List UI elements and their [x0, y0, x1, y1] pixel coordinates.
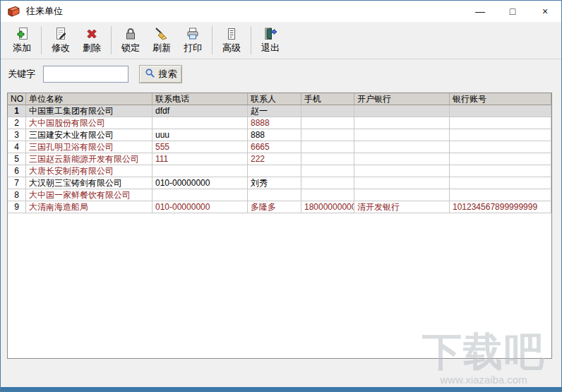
- cell-account: [450, 105, 551, 117]
- toolbar-button-print[interactable]: 打印: [177, 24, 208, 57]
- toolbar-button-label: 退出: [261, 42, 280, 54]
- cell-no: 4: [8, 141, 26, 153]
- table-row[interactable]: 7大汉朝三宝铸剑有限公司010-00000000刘秀: [8, 177, 551, 189]
- table-row[interactable]: 5三国赵云新能源开发有限公司111222: [8, 153, 551, 165]
- cell-phone: 555: [153, 141, 248, 153]
- minimize-button[interactable]: —: [464, 1, 496, 22]
- cell-name: 大清南海造船局: [26, 201, 153, 213]
- toolbar-button-delete[interactable]: 删除: [76, 24, 107, 57]
- cell-phone: [153, 117, 248, 129]
- column-header-mobile[interactable]: 手机: [301, 93, 354, 105]
- cell-bank: [354, 117, 450, 129]
- table-row[interactable]: 6大唐长安制药有限公司: [8, 165, 551, 177]
- toolbar-button-label: 高级: [222, 42, 241, 54]
- toolbar-button-lock[interactable]: 锁定: [115, 24, 146, 57]
- column-header-account[interactable]: 银行账号: [450, 93, 551, 105]
- cell-phone: 010-00000000: [153, 201, 248, 213]
- search-button-label: 搜索: [159, 68, 177, 81]
- cell-no: 1: [8, 105, 26, 117]
- keyword-input[interactable]: [43, 66, 128, 83]
- toolbar-button-advanced[interactable]: 高级: [216, 24, 247, 57]
- table-row[interactable]: 2大中国股份有限公司8888: [8, 117, 551, 129]
- cell-bank: [354, 141, 450, 153]
- close-button[interactable]: ×: [529, 1, 561, 22]
- maximize-button[interactable]: □: [496, 1, 529, 22]
- cell-account: 101234567899999999: [450, 201, 551, 213]
- cell-no: 5: [8, 153, 26, 165]
- cell-mobile: [301, 105, 354, 117]
- cell-bank: [354, 177, 450, 189]
- window-title: 往来单位: [26, 5, 63, 18]
- cell-mobile: [301, 177, 354, 189]
- table-row[interactable]: 3三国建安木业有限公司uuu888: [8, 129, 551, 141]
- cell-mobile: [301, 129, 354, 141]
- cell-name: 大中国一家鲜餐饮有限公司: [26, 189, 153, 201]
- cell-mobile: [301, 189, 354, 201]
- cell-phone: dfdf: [153, 105, 248, 117]
- toolbar-button-exit[interactable]: 退出: [255, 24, 286, 57]
- cell-no: 7: [8, 177, 26, 189]
- column-header-name[interactable]: 单位名称: [26, 93, 153, 105]
- column-header-phone[interactable]: 联系电话: [153, 93, 248, 105]
- column-header-contact[interactable]: 联系人: [248, 93, 301, 105]
- cell-mobile: 18000000000: [301, 201, 354, 213]
- search-icon: [145, 68, 155, 81]
- cell-contact: 刘秀: [248, 177, 301, 189]
- toolbar-separator: [251, 26, 251, 54]
- cell-bank: [354, 189, 450, 201]
- toolbar-button-refresh[interactable]: 刷新: [146, 24, 177, 57]
- cell-mobile: [301, 117, 354, 129]
- table-row[interactable]: 1中国重工集团有限公司dfdf赵一: [8, 105, 551, 117]
- title-bar: 往来单位 — □ ×: [1, 1, 561, 22]
- table-body: 1中国重工集团有限公司dfdf赵一2大中国股份有限公司88883三国建安木业有限…: [8, 105, 551, 213]
- cell-account: [450, 189, 551, 201]
- cell-contact: [248, 189, 301, 201]
- cell-phone: 111: [153, 153, 248, 165]
- exit-icon: [263, 27, 277, 41]
- cell-mobile: [301, 141, 354, 153]
- cell-account: [450, 177, 551, 189]
- app-window: 往来单位 — □ × 添加修改删除锁定刷新打印高级退出 关键字 搜索 NO单位名…: [0, 0, 562, 392]
- column-header-no[interactable]: NO: [8, 93, 26, 105]
- cell-name: 中国重工集团有限公司: [26, 105, 153, 117]
- cell-name: 大唐长安制药有限公司: [26, 165, 153, 177]
- cell-name: 三国建安木业有限公司: [26, 129, 153, 141]
- toolbar: 添加修改删除锁定刷新打印高级退出: [1, 22, 561, 59]
- toolbar-button-edit[interactable]: 修改: [45, 24, 76, 57]
- cell-bank: [354, 105, 450, 117]
- cell-phone: 010-00000000: [153, 177, 248, 189]
- cell-contact: 8888: [248, 117, 301, 129]
- table-row[interactable]: 8大中国一家鲜餐饮有限公司: [8, 189, 551, 201]
- cell-account: [450, 165, 551, 177]
- lock-icon: [124, 27, 138, 41]
- table-row[interactable]: 9大清南海造船局010-00000000多隆多18000000000清开发银行1…: [8, 201, 551, 213]
- advanced-icon: [225, 27, 239, 41]
- toolbar-button-label: 刷新: [153, 42, 171, 54]
- contacts-table: NO单位名称联系电话联系人手机开户银行银行账号 1中国重工集团有限公司dfdf赵…: [7, 93, 552, 359]
- cell-phone: [153, 189, 248, 201]
- cell-contact: 赵一: [248, 105, 301, 117]
- cell-no: 6: [8, 165, 26, 177]
- search-bar: 关键字 搜索: [1, 63, 182, 85]
- cell-name: 三国赵云新能源开发有限公司: [26, 153, 153, 165]
- toolbar-button-label: 修改: [52, 42, 70, 54]
- toolbar-button-label: 锁定: [121, 42, 140, 54]
- window-bottom-border: [1, 387, 561, 391]
- cell-mobile: [301, 165, 354, 177]
- column-header-bank[interactable]: 开户银行: [354, 93, 450, 105]
- cell-account: [450, 129, 551, 141]
- add-icon: [15, 27, 29, 41]
- cell-bank: [354, 165, 450, 177]
- cell-no: 8: [8, 189, 26, 201]
- toolbar-button-add[interactable]: 添加: [6, 24, 37, 57]
- search-button[interactable]: 搜索: [139, 65, 182, 83]
- edit-icon: [54, 27, 68, 41]
- table-row[interactable]: 4三国孔明卫浴有限公司5556665: [8, 141, 551, 153]
- refresh-icon: [155, 27, 169, 41]
- cell-contact: 6665: [248, 141, 301, 153]
- print-icon: [186, 27, 200, 41]
- cell-no: 2: [8, 117, 26, 129]
- cell-bank: 清开发银行: [354, 201, 450, 213]
- red-book-icon: [7, 5, 21, 18]
- cell-account: [450, 153, 551, 165]
